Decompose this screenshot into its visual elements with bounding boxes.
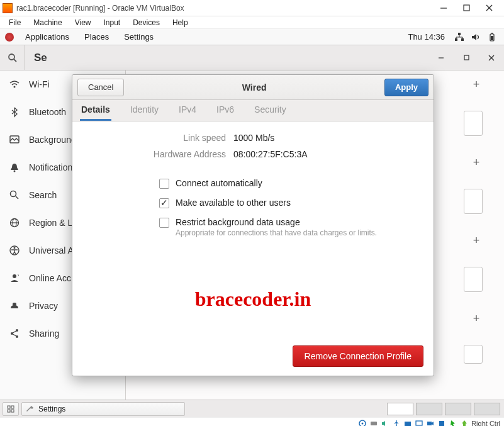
sidebar-item-label: Region & L: [29, 218, 72, 228]
accessibility-icon: [9, 245, 20, 256]
svg-rect-6: [461, 38, 464, 41]
connect-automatically-checkbox[interactable]: [159, 179, 169, 189]
restrict-background-checkbox[interactable]: [159, 218, 169, 228]
tab-ipv6[interactable]: IPv6: [215, 100, 235, 121]
add-button[interactable]: +: [470, 78, 483, 91]
svg-rect-32: [8, 406, 10, 408]
hardware-address-value: 08:00:27:5F:C5:3A: [233, 149, 308, 159]
add-button[interactable]: +: [470, 234, 483, 247]
svg-point-18: [14, 171, 16, 172]
tab-ipv4[interactable]: IPv4: [177, 100, 198, 121]
svg-rect-42: [427, 422, 432, 425]
link-speed-label: Link speed: [72, 133, 233, 143]
profile-stub-button[interactable]: [464, 345, 483, 364]
vb-keyboard-capture-icon[interactable]: [460, 419, 469, 427]
sidebar-item-label: Privacy: [29, 301, 58, 311]
virtualbox-app-icon: [3, 3, 13, 13]
settings-minimize-button[interactable]: [428, 45, 454, 70]
tab-identity[interactable]: Identity: [129, 100, 160, 121]
svg-rect-41: [416, 421, 422, 425]
share-icon: [9, 328, 20, 339]
make-available-label: Make available to other users: [176, 198, 291, 208]
svg-line-11: [14, 59, 16, 62]
sidebar-item-label: Search: [29, 190, 57, 200]
network-icon[interactable]: [454, 32, 464, 42]
link-speed-value: 1000 Mb/s: [233, 133, 274, 143]
vb-audio-icon[interactable]: [381, 419, 389, 427]
vb-cpu-icon[interactable]: [437, 419, 446, 427]
vb-display-icon[interactable]: [415, 419, 423, 427]
sidebar-item-label: Background: [29, 135, 76, 145]
vb-menu-input[interactable]: Input: [98, 18, 127, 27]
sidebar-item-label: Notifications: [29, 162, 77, 172]
profile-stub-button[interactable]: [464, 111, 483, 136]
svg-line-20: [16, 196, 18, 199]
gnome-applications-menu[interactable]: Applications: [18, 32, 77, 42]
svg-rect-38: [371, 422, 377, 425]
sound-icon[interactable]: [471, 32, 481, 42]
activities-icon[interactable]: [5, 33, 14, 42]
taskbar-settings-button[interactable]: Settings: [21, 402, 185, 416]
tab-details[interactable]: Details: [80, 100, 111, 121]
vb-menu-file[interactable]: File: [3, 18, 27, 27]
add-button[interactable]: +: [470, 156, 483, 169]
battery-icon[interactable]: [487, 32, 497, 42]
vb-usb-icon[interactable]: [392, 419, 401, 427]
settings-maximize-button[interactable]: [454, 45, 479, 70]
wifi-icon: [9, 79, 20, 90]
workspace-4[interactable]: [474, 403, 500, 415]
settings-close-button[interactable]: [479, 45, 504, 70]
hardware-address-label: Hardware Address: [72, 149, 233, 159]
vb-recording-icon[interactable]: [426, 419, 435, 427]
apply-button[interactable]: Apply: [384, 79, 428, 96]
workspace-1[interactable]: [387, 403, 413, 415]
vb-mouse-integration-icon[interactable]: [449, 419, 457, 427]
minimize-button[interactable]: [432, 2, 455, 14]
profile-stub-button[interactable]: [464, 189, 483, 214]
show-desktop-button[interactable]: [3, 402, 19, 416]
svg-line-2: [486, 5, 492, 11]
svg-rect-40: [405, 422, 411, 426]
tab-security[interactable]: Security: [253, 100, 288, 121]
bell-icon: [9, 162, 20, 173]
settings-title: Se: [25, 52, 428, 64]
vb-hdd-icon[interactable]: [369, 419, 378, 427]
workspace-3[interactable]: [445, 403, 471, 415]
svg-point-25: [14, 247, 16, 249]
sidebar-item-label: Sharing: [29, 328, 59, 339]
vb-menu-machine[interactable]: Machine: [27, 18, 68, 27]
clock[interactable]: Thu 14:36: [401, 32, 451, 42]
connection-dialog: Cancel Wired Apply Details Identity IPv4…: [72, 74, 434, 376]
svg-rect-13: [464, 55, 469, 60]
restrict-background-label: Restrict background data usage: [176, 217, 377, 227]
connect-automatically-label: Connect automatically: [176, 178, 262, 188]
sidebar-item-label: Bluetooth: [29, 107, 66, 117]
vb-menu-devices[interactable]: Devices: [126, 18, 166, 27]
make-available-checkbox[interactable]: [159, 198, 169, 208]
svg-text:›: ›: [18, 273, 20, 277]
host-key-label: Right Ctrl: [471, 420, 500, 427]
vb-disc-icon[interactable]: [358, 419, 367, 427]
search-toggle-button[interactable]: [0, 45, 25, 70]
svg-rect-35: [11, 410, 14, 412]
profile-stub-button[interactable]: [464, 267, 483, 292]
svg-rect-28: [13, 303, 16, 306]
vb-menu-view[interactable]: View: [69, 18, 98, 27]
vb-shared-folder-icon[interactable]: [403, 419, 412, 427]
svg-point-19: [11, 191, 16, 197]
gnome-places-menu[interactable]: Places: [77, 32, 116, 42]
taskbar-label: Settings: [38, 405, 65, 413]
svg-point-37: [362, 422, 364, 424]
sidebar-item-label: Wi-Fi: [29, 79, 50, 89]
svg-line-3: [486, 5, 492, 11]
maximize-button[interactable]: [455, 2, 478, 14]
close-button[interactable]: [478, 2, 500, 14]
add-button[interactable]: +: [470, 312, 483, 325]
vb-menu-help[interactable]: Help: [166, 18, 194, 27]
gnome-settings-menu[interactable]: Settings: [116, 32, 161, 42]
online-accounts-icon: ›: [9, 272, 20, 284]
cancel-button[interactable]: Cancel: [77, 79, 124, 96]
background-icon: [9, 134, 20, 145]
remove-connection-button[interactable]: Remove Connection Profile: [293, 345, 423, 367]
workspace-2[interactable]: [416, 403, 442, 415]
